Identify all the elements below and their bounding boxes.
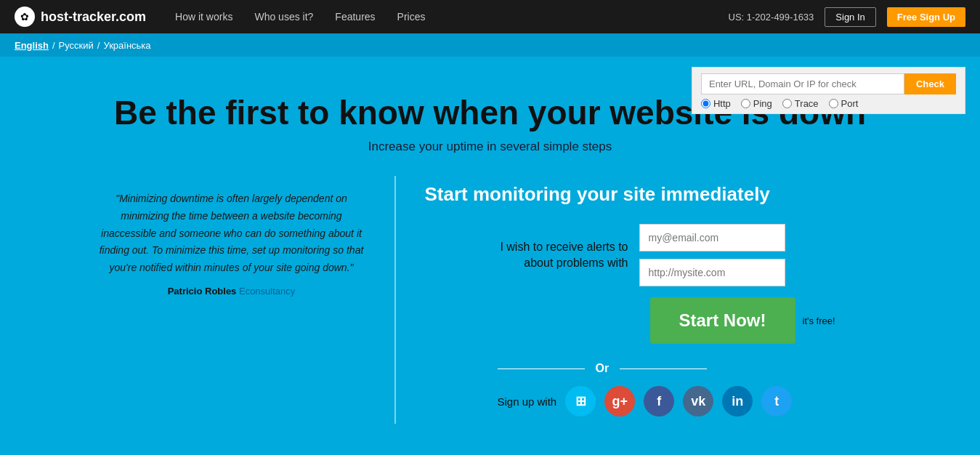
language-selector: English / Русский / Українська	[15, 40, 151, 51]
quote-section: "Minimizing downtime is often largely de…	[91, 176, 396, 424]
start-now-button[interactable]: Start Now!	[650, 297, 795, 344]
signup-form: Start monitoring your site immediately I…	[396, 176, 890, 424]
logo-text[interactable]: host-tracker.com	[41, 9, 146, 25]
check-type-radios: Http Ping Trace Port	[701, 98, 956, 109]
twitter-social-button[interactable]: t	[761, 386, 792, 416]
hero-subtitle: Increase your uptime in several simple s…	[0, 140, 980, 176]
radio-ping[interactable]: Ping	[741, 98, 772, 109]
hero-content: "Minimizing downtime is often largely de…	[91, 176, 890, 424]
email-row: I wish to receive alerts to about proble…	[425, 224, 861, 286]
vk-social-button[interactable]: vk	[683, 386, 713, 416]
social-signup-row: Sign up with ⊞ g+ f vk in t	[498, 386, 861, 416]
hero-section: Be the first to know when your website i…	[0, 57, 980, 455]
signin-button[interactable]: Sign In	[825, 7, 875, 27]
logo-area: ✿ host-tracker.com	[15, 7, 146, 27]
lang-russian[interactable]: Русский	[59, 40, 94, 51]
quote-text: "Minimizing downtime is often largely de…	[98, 190, 365, 277]
email-label: I wish to receive alerts to about proble…	[425, 239, 628, 272]
logo-icon: ✿	[15, 7, 35, 27]
nav-features[interactable]: Features	[335, 11, 375, 23]
or-line-left	[498, 369, 585, 369]
url-check-input[interactable]	[701, 73, 904, 94]
phone-number: US: 1-202-499-1633	[729, 12, 814, 23]
facebook-social-button[interactable]: f	[644, 386, 674, 416]
free-signup-button[interactable]: Free Sign Up	[887, 7, 965, 27]
site-input[interactable]	[639, 259, 785, 286]
url-check-row: Check	[701, 73, 956, 94]
lang-ukrainian[interactable]: Українська	[103, 40, 150, 51]
nav-prices[interactable]: Prices	[397, 11, 426, 23]
google-plus-social-button[interactable]: g+	[604, 386, 635, 416]
nav-how-it-works[interactable]: How it works	[175, 11, 232, 23]
author-company: Econsultancy	[239, 286, 295, 297]
its-free-label: it's free!	[803, 315, 835, 326]
or-line-right	[620, 369, 707, 369]
linkedin-social-button[interactable]: in	[722, 386, 753, 416]
form-title: Start monitoring your site immediately	[425, 183, 861, 206]
or-divider: Or	[498, 362, 861, 375]
lang-english[interactable]: English	[15, 40, 49, 51]
email-input[interactable]	[639, 224, 785, 251]
nav-who-uses[interactable]: Who uses it?	[254, 11, 313, 23]
nav-right: US: 1-202-499-1633 Sign In Free Sign Up	[729, 7, 965, 27]
radio-http[interactable]: Http	[701, 98, 731, 109]
url-check-widget: Check Http Ping Trace Port	[692, 67, 965, 114]
radio-trace[interactable]: Trace	[782, 98, 819, 109]
start-row: Start Now! it's free!	[643, 297, 861, 344]
nav-links: How it works Who uses it? Features Price…	[175, 11, 728, 23]
signup-with-label: Sign up with	[498, 395, 557, 408]
top-nav: ✿ host-tracker.com How it works Who uses…	[0, 0, 980, 33]
radio-port[interactable]: Port	[829, 98, 859, 109]
windows-social-button[interactable]: ⊞	[565, 386, 596, 416]
quote-author: Patricio Robles Econsultancy	[98, 286, 365, 297]
or-text: Or	[596, 362, 610, 375]
lang-bar: English / Русский / Українська Check Htt…	[0, 33, 980, 57]
author-name: Patricio Robles	[168, 286, 237, 297]
check-button[interactable]: Check	[904, 73, 956, 94]
